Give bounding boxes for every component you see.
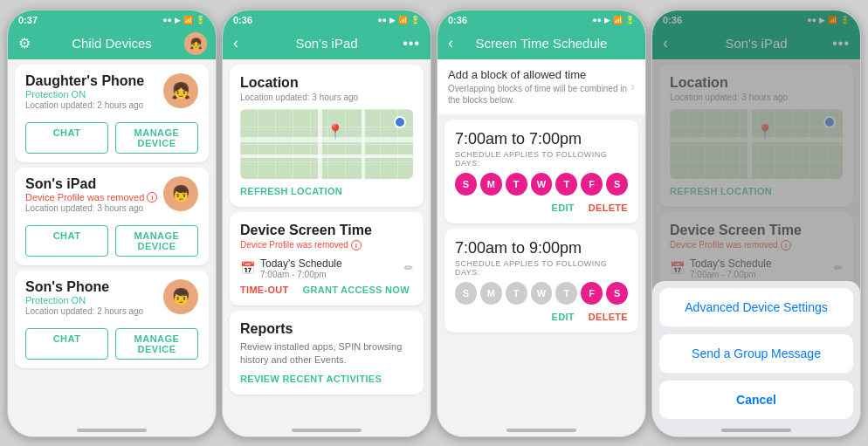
- map-pin-icon: 📍: [327, 123, 344, 140]
- phone1-status-bar: 0:37 ●● ▶ 📶 🔋: [8, 10, 216, 28]
- manage-device-button[interactable]: MANAGE DEVICE: [115, 328, 198, 360]
- day-w1: W: [531, 173, 553, 196]
- phone1-status-icons: ●● ▶ 📶 🔋: [162, 16, 205, 24]
- location-title: Location: [240, 75, 413, 91]
- chat-button[interactable]: CHAT: [25, 328, 108, 360]
- phone2-time: 0:36: [233, 15, 252, 25]
- phone3-status-icons: ●● ▶ 📶 🔋: [592, 16, 635, 24]
- day-s-inactive: S: [455, 282, 477, 305]
- avatar: 👧: [184, 32, 207, 55]
- device-name: Daughter's Phone: [25, 73, 144, 89]
- device-status-warning: Device Profile was removed i: [25, 192, 157, 202]
- chevron-right-icon: ›: [630, 79, 635, 93]
- device-status: Protection ON: [25, 295, 143, 305]
- screen-time-warning: Device Profile was removed i: [240, 240, 413, 250]
- device-card-sons-ipad: Son's iPad Device Profile was removed i …: [15, 168, 209, 265]
- phone2: 0:36 ●● ▶ 📶 🔋 ‹ Son's iPad ••• Location …: [222, 10, 431, 437]
- avatar: 👦: [163, 176, 198, 211]
- add-block-row[interactable]: Add a block of allowed time Overlapping …: [437, 59, 645, 114]
- schedule-1-days-label: SCHEDULE APPLIES TO FOLLOWING DAYS:: [455, 150, 628, 168]
- add-block-subtitle: Overlapping blocks of time will be combi…: [448, 83, 630, 106]
- chat-button[interactable]: CHAT: [25, 225, 108, 257]
- phone2-status-bar: 0:36 ●● ▶ 📶 🔋: [223, 10, 431, 28]
- more-options-icon[interactable]: •••: [403, 36, 420, 51]
- modal-overlay: Advanced Device Settings Send a Group Me…: [652, 10, 860, 436]
- phone1-header: ⚙ Child Devices 👧: [8, 28, 216, 59]
- location-section: Location Location updated: 3 hours ago 📍…: [230, 65, 424, 207]
- home-indicator: [223, 424, 431, 436]
- info-icon: i: [147, 192, 157, 202]
- edit-schedule-1-button[interactable]: EDIT: [552, 202, 575, 213]
- schedule-2-days: S M T W T F S: [455, 282, 628, 305]
- phone4: 0:36 ●● ▶ 📶 🔋 ‹ Son's iPad ••• Location …: [651, 10, 861, 437]
- action-sheet: Advanced Device Settings Send a Group Me…: [652, 281, 860, 436]
- phone2-header-title: Son's iPad: [295, 36, 357, 51]
- day-t-inactive: T: [506, 282, 527, 305]
- timeout-button[interactable]: TIME-OUT: [240, 285, 289, 295]
- review-activities-button[interactable]: REVIEW RECENT ACTIVITIES: [240, 374, 413, 384]
- delete-schedule-2-button[interactable]: DELETE: [589, 312, 628, 322]
- phone3-header: ‹ Screen Time Schedule: [437, 28, 645, 59]
- day-m-inactive: M: [480, 282, 502, 305]
- day-t2-inactive: T: [555, 282, 577, 305]
- send-group-message-button[interactable]: Send a Group Message: [659, 334, 853, 374]
- avatar: 👧: [163, 73, 198, 108]
- schedule-1-time: 7:00am to 7:00pm: [455, 130, 628, 148]
- reports-title: Reports: [240, 321, 413, 337]
- day-w-inactive: W: [531, 282, 553, 305]
- schedule-block-1: 7:00am to 7:00pm SCHEDULE APPLIES TO FOL…: [444, 120, 638, 223]
- phone3-status-bar: 0:36 ●● ▶ 📶 🔋: [437, 10, 645, 28]
- device-status: Protection ON: [25, 89, 144, 99]
- day-f1: F: [581, 173, 603, 196]
- screen-time-title: Device Screen Time: [240, 223, 413, 238]
- schedule-time: 7:00am - 7:00pm: [260, 270, 342, 279]
- add-block-title: Add a block of allowed time: [448, 68, 630, 81]
- home-indicator: [437, 424, 645, 436]
- refresh-location-button[interactable]: REFRESH LOCATION: [240, 186, 413, 196]
- home-indicator: [8, 424, 216, 436]
- schedule-2-days-label: SCHEDULE APPLIES TO FOLLOWING DAYS:: [455, 259, 628, 277]
- day-s2-active: S: [606, 282, 628, 305]
- map-view: 📍: [240, 109, 413, 179]
- reports-section: Reports Review installed apps, SPIN brow…: [230, 311, 424, 395]
- phone3-time: 0:36: [448, 15, 467, 25]
- day-s2-1: S: [606, 173, 628, 196]
- back-arrow-icon[interactable]: ‹: [448, 34, 453, 52]
- schedule-label: Today's Schedule: [260, 257, 342, 270]
- device-name: Son's Phone: [25, 279, 143, 295]
- avatar: 👦: [163, 279, 198, 314]
- schedule-2-time: 7:00am to 9:00pm: [455, 239, 628, 257]
- manage-device-button[interactable]: MANAGE DEVICE: [115, 225, 198, 257]
- phone3-header-title: Screen Time Schedule: [476, 36, 608, 51]
- phone3: 0:36 ●● ▶ 📶 🔋 ‹ Screen Time Schedule Add…: [437, 10, 646, 437]
- phone2-content: Location Location updated: 3 hours ago 📍…: [223, 59, 431, 424]
- delete-schedule-1-button[interactable]: DELETE: [589, 202, 628, 213]
- chat-button[interactable]: CHAT: [25, 122, 108, 154]
- day-t2-1: T: [555, 173, 577, 196]
- edit-schedule-2-button[interactable]: EDIT: [552, 312, 575, 322]
- device-card-daughter: Daughter's Phone Protection ON Location …: [15, 65, 209, 162]
- gear-icon[interactable]: ⚙: [18, 35, 31, 51]
- map-marker-icon: [394, 116, 406, 128]
- calendar-icon: 📅: [240, 261, 255, 275]
- back-arrow-icon[interactable]: ‹: [233, 34, 238, 52]
- grant-access-button[interactable]: GRANT ACCESS NOW: [303, 285, 410, 295]
- info-icon: i: [351, 240, 362, 250]
- screen-time-section: Device Screen Time Device Profile was re…: [230, 212, 424, 305]
- location-subtitle: Location updated: 3 hours ago: [240, 93, 413, 102]
- phone2-status-icons: ●● ▶ 📶 🔋: [377, 16, 420, 24]
- device-card-sons-phone: Son's Phone Protection ON Location updat…: [15, 271, 209, 368]
- device-name: Son's iPad: [25, 176, 157, 192]
- day-t1: T: [506, 173, 527, 196]
- device-location: Location updated: 2 hours ago: [25, 306, 143, 316]
- advanced-device-settings-button[interactable]: Advanced Device Settings: [659, 288, 853, 327]
- schedule-block-2: 7:00am to 9:00pm SCHEDULE APPLIES TO FOL…: [444, 229, 638, 333]
- home-indicator: [652, 424, 860, 436]
- cancel-button[interactable]: Cancel: [659, 381, 853, 419]
- phone1-content: Daughter's Phone Protection ON Location …: [8, 59, 216, 424]
- phone1-time: 0:37: [18, 15, 38, 25]
- manage-device-button[interactable]: MANAGE DEVICE: [115, 122, 198, 154]
- day-s1: S: [455, 173, 477, 196]
- edit-schedule-icon[interactable]: ✏: [404, 262, 413, 274]
- phone2-header: ‹ Son's iPad •••: [223, 28, 431, 59]
